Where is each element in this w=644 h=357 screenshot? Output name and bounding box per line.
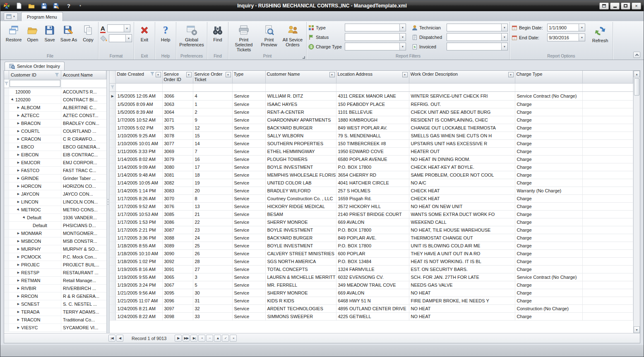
delete-record-button[interactable]: − bbox=[206, 335, 213, 342]
grid-cell[interactable]: P.O. BOX 17800 bbox=[336, 242, 409, 250]
grid-cell[interactable]: 1/10/2005 10:01 AM bbox=[115, 140, 162, 148]
auto-filter-cell[interactable] bbox=[409, 84, 515, 92]
grid-cell[interactable]: UNITED COLOR LAB bbox=[265, 179, 336, 187]
tree-row[interactable]: ▶PROJECPROJECT BUIL... bbox=[4, 261, 106, 269]
grid-cell[interactable]: Charge bbox=[515, 297, 582, 305]
ribbon-customize-button[interactable]: ▼ bbox=[4, 12, 18, 21]
all-sevice-orders-button[interactable]: All Sevice Orders bbox=[281, 23, 305, 53]
expand-node-icon[interactable]: ▶ bbox=[16, 263, 21, 266]
tree-cell-customer-id[interactable]: ▶HORCON bbox=[9, 182, 61, 190]
grid-cell[interactable]: 3081 bbox=[162, 171, 193, 179]
grid-cell[interactable]: 3079 bbox=[162, 156, 193, 163]
expand-node-icon[interactable]: ▶ bbox=[16, 318, 21, 321]
grid-cell[interactable]: 1/18/2005 1:02 PM bbox=[115, 258, 162, 266]
grid-cell[interactable]: 24 bbox=[193, 234, 232, 242]
tree-row[interactable]: ▶LINCONLINCOLN CON... bbox=[4, 198, 106, 206]
tree-cell-account-name[interactable]: PHSICIANS D... bbox=[61, 222, 106, 229]
expand-node-icon[interactable]: ▶ bbox=[16, 161, 21, 164]
grid-cell[interactable]: Charge bbox=[515, 203, 582, 211]
grid-row[interactable]: 1/14/2005 9:48 AM308118ServiceMEMPHIS WH… bbox=[110, 171, 633, 179]
auto-filter-cell[interactable] bbox=[162, 84, 193, 92]
grid-column-header[interactable]: Charge Type bbox=[515, 71, 582, 84]
grid-cell[interactable]: 20 bbox=[193, 187, 232, 195]
grid-cell[interactable]: 3095 bbox=[162, 289, 193, 297]
tree-cell-customer-id[interactable]: ▶FASTCO bbox=[9, 167, 61, 174]
tree-cell-customer-id[interactable]: ▶GRINDE bbox=[9, 175, 61, 182]
grid-cell[interactable]: 25 bbox=[193, 242, 232, 250]
tree-cell-account-name[interactable]: MURPHY & SO... bbox=[61, 245, 106, 253]
grid-cell[interactable]: Charge bbox=[515, 156, 582, 163]
grid-cell[interactable]: 3063 bbox=[162, 101, 193, 108]
tree-row[interactable]: ▶ALBCOMALBERTINE C... bbox=[4, 104, 106, 112]
tree-row[interactable]: ▶VIESYCSYCAMORE VI... bbox=[4, 324, 106, 332]
grid-cell[interactable]: 22 bbox=[193, 218, 232, 226]
tree-cell-customer-id[interactable]: ▶COURTL bbox=[9, 127, 61, 135]
tree-row[interactable]: ▶JAYCONJAYCO CON... bbox=[4, 190, 106, 198]
grid-cell[interactable]: 6032 EVENSONG CV. bbox=[336, 273, 409, 281]
grid-cell[interactable]: SAME PROBLEM, COOLER NOT COOL bbox=[409, 171, 515, 179]
tree-cell-customer-id[interactable]: ▶SCNEST bbox=[9, 300, 61, 308]
grid-cell[interactable]: NEEDS GAS VALVE bbox=[409, 281, 515, 289]
restore-button[interactable]: Restore bbox=[4, 23, 24, 53]
grid-cell[interactable]: 1950 EDWARD COVE bbox=[336, 148, 409, 156]
expand-node-icon[interactable]: ▶ bbox=[16, 129, 21, 133]
grid-cell[interactable]: Charge bbox=[515, 195, 582, 203]
filter-dropdown-button[interactable]: ▼ bbox=[186, 72, 192, 77]
grid-cell[interactable]: 16 bbox=[193, 156, 232, 163]
grid-cell[interactable]: SHERRY MONROE bbox=[265, 218, 336, 226]
grid-vertical-scrollbar[interactable]: ▲ ▼ bbox=[633, 71, 640, 333]
grid-cell[interactable]: 1/11/2005 3:33 PM bbox=[115, 148, 162, 156]
grid-cell[interactable]: ARDENT TECHNOLOGIES bbox=[265, 305, 336, 313]
grid-column-header[interactable]: Service Order ID▼ bbox=[162, 71, 193, 84]
expand-node-icon[interactable]: ▶ bbox=[16, 287, 21, 290]
grid-cell[interactable]: BOYLE INVESTMENT bbox=[265, 226, 336, 234]
first-record-button[interactable]: |◀ bbox=[108, 335, 115, 342]
grid-row[interactable]: 1/10/2005 9:25 AM307815ServiceSALLY WILB… bbox=[110, 132, 633, 140]
grid-cell[interactable]: SALLY WILBORN bbox=[265, 132, 336, 140]
grid-cell[interactable]: 1/7/2005 5:02 PM bbox=[115, 124, 162, 132]
grid-cell[interactable]: ETHEL HEMMINGWAY bbox=[265, 148, 336, 156]
grid-cell[interactable]: 2 bbox=[193, 108, 232, 116]
tree-cell-account-name[interactable]: JAYCO CON... bbox=[61, 190, 106, 198]
tree-row[interactable]: ▶TERADATERRY ADAMS... bbox=[4, 308, 106, 316]
customer-id-filter-input[interactable] bbox=[10, 80, 60, 87]
grid-cell[interactable]: 13 bbox=[193, 203, 232, 211]
end-date-combo[interactable]: 9/30/2016▼ bbox=[547, 34, 585, 41]
chevron-down-icon[interactable]: ▼ bbox=[125, 35, 132, 42]
chevron-down-icon[interactable]: ▼ bbox=[399, 43, 406, 50]
tree-cell-account-name[interactable]: MSB CONSTR... bbox=[61, 237, 106, 245]
grid-cell[interactable]: 28 bbox=[193, 258, 232, 266]
grid-cell[interactable]: BACKYARD BURGER bbox=[265, 124, 336, 132]
grid-cell[interactable]: Service bbox=[232, 108, 265, 116]
grid-cell[interactable]: 18 bbox=[193, 171, 232, 179]
panel-splitter[interactable] bbox=[107, 71, 110, 333]
tree-cell-account-name[interactable]: METRO CONS... bbox=[61, 206, 106, 213]
grid-row[interactable]: 1/17/2005 9:52 AM307613ServiceHICKORY RI… bbox=[110, 203, 633, 211]
grid-cell[interactable]: Service bbox=[232, 313, 265, 321]
grid-cell[interactable]: 3085 bbox=[162, 211, 193, 218]
grid-cell[interactable]: 1/19/2005 9:55 AM bbox=[115, 273, 162, 281]
tree-cell-customer-id[interactable]: ▶BRACON bbox=[9, 120, 61, 127]
grid-cell[interactable]: 3092 bbox=[162, 258, 193, 266]
grid-cell[interactable]: NO HEAT ON NEW UNIT bbox=[409, 203, 515, 211]
grid-cell[interactable]: 3065 bbox=[162, 273, 193, 281]
tab-program-menu[interactable]: Program Menu bbox=[21, 12, 63, 21]
grid-cell[interactable]: Service bbox=[232, 140, 265, 148]
grid-column-header[interactable]: Date Created▼ bbox=[115, 71, 162, 84]
grid-cell[interactable]: 849 POPLAR AVE. bbox=[336, 234, 409, 242]
grid-row[interactable]: 1/7/2005 5:02 PM307512ServiceBACKYARD BU… bbox=[110, 124, 633, 132]
grid-cell[interactable]: 3 bbox=[193, 273, 232, 281]
grid-cell[interactable]: TOTAL CONCEPTS bbox=[265, 266, 336, 273]
tree-cell-account-name[interactable]: Grinder Taber ... bbox=[61, 175, 106, 182]
maximize-button[interactable] bbox=[621, 2, 630, 10]
grid-cell[interactable]: MEMPHIS WHOLESALE FLORIST bbox=[265, 171, 336, 179]
grid-cell[interactable]: Service bbox=[232, 242, 265, 250]
prev-record-button[interactable]: ◀ bbox=[116, 335, 123, 342]
grid-cell[interactable]: Service bbox=[232, 156, 265, 163]
grid-row[interactable]: 1/19/2005 3:24 PM30675ServiceMR. FERRELL… bbox=[110, 281, 633, 289]
grid-cell[interactable]: RENT-A-CENTER bbox=[265, 108, 336, 116]
tree-cell-customer-id[interactable]: ▶LINCON bbox=[9, 198, 61, 206]
grid-cell[interactable]: 1880 KIMBROUGH bbox=[336, 116, 409, 124]
grid-cell[interactable]: Service bbox=[232, 116, 265, 124]
last-record-button[interactable]: ▶| bbox=[190, 335, 197, 342]
